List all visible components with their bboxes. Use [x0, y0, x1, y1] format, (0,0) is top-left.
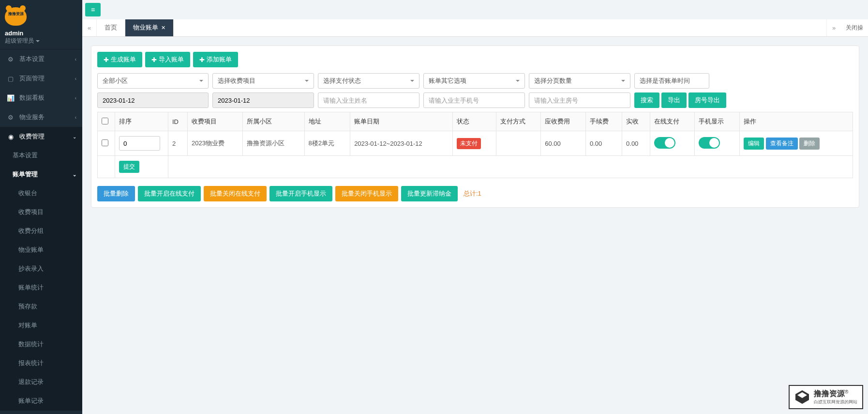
- col-mobile-show: 手机显示: [695, 112, 740, 131]
- close-tabs-action[interactable]: 关闭操: [841, 19, 868, 36]
- edit-button[interactable]: 编辑: [744, 138, 764, 150]
- other-option-select[interactable]: 账单其它选项: [423, 73, 525, 89]
- batch-close-mobile-button[interactable]: 批量关闭手机显示: [335, 186, 398, 201]
- nav-sub-bill: 收银台 收费项目 收费分组 物业账单 抄表录入 账单统计 预存款 对账单 数据统…: [0, 184, 82, 411]
- date-to-input[interactable]: [212, 92, 314, 108]
- caret-down-icon: [305, 80, 309, 84]
- generate-bill-button[interactable]: ✚生成账单: [97, 52, 142, 67]
- col-address: 地址: [304, 112, 350, 131]
- close-icon[interactable]: ✕: [161, 25, 165, 31]
- owner-name-input[interactable]: [318, 92, 419, 108]
- watermark-icon: [794, 389, 810, 405]
- date-from-input[interactable]: [97, 92, 209, 108]
- sidebar-sub-cashier[interactable]: 收银台: [0, 184, 82, 203]
- select-all-checkbox[interactable]: [102, 118, 108, 124]
- room-no-input[interactable]: [529, 92, 630, 108]
- tabs-bar: « 首页 物业账单 ✕ » 关闭操: [82, 19, 868, 37]
- fee-item-select[interactable]: 选择收费项目: [212, 73, 314, 89]
- sidebar-sub-bill-manage[interactable]: 账单管理 ⌄: [0, 165, 82, 184]
- sidebar-sub-report-stats[interactable]: 报表统计: [0, 354, 82, 373]
- sidebar-item-property-service[interactable]: ⚙ 物业服务 ‹: [0, 107, 82, 127]
- bill-table: 排序 ID 收费项目 所属小区 地址 账单日期 状态 支付方式 应收费用 手续费…: [97, 112, 853, 178]
- cell-pay-method: [496, 131, 541, 156]
- tab-next-button[interactable]: »: [826, 19, 841, 36]
- sidebar-sub-data-stats[interactable]: 数据统计: [0, 335, 82, 354]
- sidebar: 撸撸资源 admin 超级管理员 ⚙ 基本设置 ‹ ▢ 页面管理 ‹ 📊 数据看…: [0, 0, 82, 414]
- sidebar-item-basic-settings[interactable]: ⚙ 基本设置 ‹: [0, 49, 82, 69]
- export-button[interactable]: 导出: [661, 92, 687, 108]
- view-note-button[interactable]: 查看备注: [766, 138, 798, 150]
- sidebar-item-income-expense[interactable]: ◉ 收支管理 ‹: [0, 411, 82, 414]
- filter-row: 全部小区 选择收费项目 选择支付状态 账单其它选项 选择分页数量: [97, 73, 853, 108]
- batch-open-online-button[interactable]: 批量开启在线支付: [138, 186, 201, 201]
- batch-delete-button[interactable]: 批量删除: [97, 186, 135, 201]
- col-online-pay: 在线支付: [650, 112, 695, 131]
- watermark: 撸撸资源® 白嫖互联网资源的网站: [789, 385, 863, 409]
- tab-home[interactable]: 首页: [97, 19, 125, 36]
- cell-fee-item: 2023物业费: [188, 131, 243, 156]
- pay-status-select[interactable]: 选择支付状态: [318, 73, 419, 89]
- panel: ✚生成账单 ✚导入账单 ✚添加账单 全部小区 选择收费项目 选择支付状态: [91, 46, 859, 208]
- col-id: ID: [168, 112, 188, 131]
- user-role-dropdown[interactable]: 超级管理员: [5, 37, 77, 45]
- col-fee-due: 应收费用: [541, 112, 586, 131]
- batch-close-online-button[interactable]: 批量关闭在线支付: [204, 186, 267, 201]
- content: ✚生成账单 ✚导入账单 ✚添加账单 全部小区 选择收费项目 选择支付状态: [82, 37, 868, 216]
- sidebar-sub-fee-item[interactable]: 收费项目: [0, 203, 82, 222]
- chevron-left-icon: ‹: [75, 115, 76, 120]
- tab-prev-button[interactable]: «: [82, 19, 97, 36]
- sidebar-toggle-button[interactable]: ≡: [85, 3, 101, 16]
- sidebar-item-data-board[interactable]: 📊 数据看板 ‹: [0, 88, 82, 107]
- submit-button[interactable]: 提交: [119, 161, 139, 173]
- sidebar-sub-meter-input[interactable]: 抄表录入: [0, 260, 82, 278]
- batch-actions: 批量删除 批量开启在线支付 批量关闭在线支付 批量开启手机显示 批量关闭手机显示…: [97, 186, 853, 201]
- mobile-show-toggle[interactable]: [699, 137, 720, 149]
- online-pay-toggle[interactable]: [654, 137, 675, 149]
- sidebar-sub-bill-stats[interactable]: 账单统计: [0, 278, 82, 297]
- import-bill-button[interactable]: ✚导入账单: [145, 52, 190, 67]
- search-button[interactable]: 搜索: [634, 92, 659, 108]
- plus-icon: ✚: [151, 56, 157, 63]
- plus-icon: ✚: [104, 56, 109, 63]
- chevron-left-icon: ‹: [75, 76, 76, 81]
- sidebar-sub-property-bill[interactable]: 物业账单: [0, 241, 82, 260]
- tab-property-bill[interactable]: 物业账单 ✕: [125, 19, 174, 36]
- money-icon: ◉: [7, 133, 15, 140]
- window-icon: ▢: [7, 75, 15, 82]
- community-select[interactable]: 全部小区: [97, 73, 209, 89]
- col-ops: 操作: [740, 112, 853, 131]
- chart-icon: 📊: [7, 94, 15, 102]
- cell-community: 撸撸资源小区: [243, 131, 305, 156]
- batch-update-overdue-button[interactable]: 批量更新滞纳金: [401, 186, 458, 201]
- sidebar-sub-reconcile[interactable]: 对账单: [0, 316, 82, 335]
- caret-down-icon: [516, 80, 520, 84]
- sidebar-sub-prepay[interactable]: 预存款: [0, 297, 82, 316]
- caret-down-icon: [199, 80, 203, 84]
- chevron-down-icon: ⌄: [73, 172, 76, 177]
- hamburger-icon: ≡: [91, 6, 95, 14]
- nav-sub-fee: 基本设置 账单管理 ⌄ 收银台 收费项目 收费分组 物业账单 抄表录入 账单统计…: [0, 146, 82, 411]
- page-count-select[interactable]: 选择分页数量: [529, 73, 630, 89]
- sort-input[interactable]: [119, 136, 160, 151]
- chevron-left-icon: ‹: [75, 57, 76, 62]
- bill-time-select[interactable]: 选择是否账单时间: [634, 73, 709, 89]
- sidebar-item-page-manage[interactable]: ▢ 页面管理 ‹: [0, 69, 82, 88]
- batch-open-mobile-button[interactable]: 批量开启手机显示: [269, 186, 332, 201]
- sidebar-sub-bill-record[interactable]: 账单记录: [0, 392, 82, 411]
- sidebar-item-fee-manage[interactable]: ◉ 收费管理 ⌄: [0, 127, 82, 146]
- owner-phone-input[interactable]: [423, 92, 525, 108]
- row-checkbox[interactable]: [102, 139, 108, 146]
- delete-button[interactable]: 删除: [799, 138, 820, 150]
- col-bill-date: 账单日期: [350, 112, 453, 131]
- sidebar-sub-refund-record[interactable]: 退款记录: [0, 373, 82, 392]
- table-row: 2 2023物业费 撸撸资源小区 8楼2单元 2023-01-12~2023-0…: [98, 131, 853, 156]
- chevron-down-icon: ⌄: [73, 134, 76, 139]
- user-name: admin: [5, 30, 77, 37]
- sidebar-sub-fee-group[interactable]: 收费分组: [0, 222, 82, 241]
- room-export-button[interactable]: 房号导出: [688, 92, 726, 108]
- sidebar-sub-basic[interactable]: 基本设置: [0, 146, 82, 165]
- col-community: 所属小区: [243, 112, 305, 131]
- col-actual: 实收: [622, 112, 650, 131]
- table-submit-row: 提交: [98, 156, 853, 178]
- add-bill-button[interactable]: ✚添加账单: [193, 52, 238, 67]
